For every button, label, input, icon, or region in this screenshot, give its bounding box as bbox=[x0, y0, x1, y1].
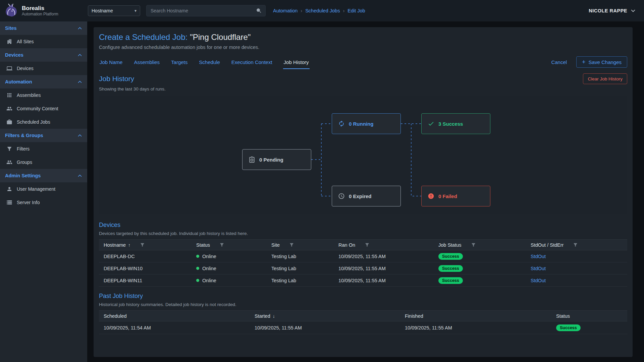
tab-targets[interactable]: Targets bbox=[170, 55, 188, 69]
grid-icon bbox=[6, 92, 12, 98]
column-header-scheduled[interactable]: Scheduled bbox=[99, 313, 250, 319]
brand-name: Borealis bbox=[22, 5, 58, 12]
finished-cell: 10/09/2025, 11:55 AM bbox=[400, 325, 551, 330]
save-changes-button[interactable]: + Save Changes bbox=[576, 56, 627, 68]
ran-on-cell: 10/09/2025, 11:55 AM bbox=[334, 278, 434, 283]
column-header-finished[interactable]: Finished bbox=[400, 313, 551, 319]
success-badge: Success bbox=[556, 324, 581, 331]
sidebar-item-server-info[interactable]: Server Info bbox=[0, 196, 87, 209]
page-title-prefix: Create a Scheduled Job: bbox=[99, 33, 187, 42]
sidebar-item-label: Scheduled Jobs bbox=[17, 119, 50, 125]
sidebar-item-devices[interactable]: Devices bbox=[0, 62, 87, 75]
save-changes-label: Save Changes bbox=[589, 59, 622, 65]
column-header-ran-on[interactable]: Ran On bbox=[334, 242, 434, 248]
devices-heading: Devices bbox=[99, 222, 120, 229]
people-icon bbox=[6, 106, 12, 112]
chevron-up-icon bbox=[78, 27, 82, 29]
sidebar-section-devices[interactable]: Devices bbox=[0, 48, 87, 62]
job-status-cell: Success bbox=[434, 253, 526, 260]
job-history-subheading: Showing the last 30 days of runs. bbox=[99, 86, 627, 92]
stdout-link[interactable]: StdOut bbox=[531, 266, 546, 271]
column-header-site[interactable]: Site bbox=[267, 242, 334, 248]
flow-node-pending[interactable]: 0 Pending bbox=[242, 149, 311, 170]
breadcrumb-edit-job[interactable]: Edit Job bbox=[347, 8, 365, 13]
breadcrumb-scheduled-jobs[interactable]: Scheduled Jobs bbox=[305, 8, 340, 13]
device-row: DEEPLAB-WIN11 Online Testing Lab 10/09/2… bbox=[99, 275, 627, 287]
filter-funnel-icon[interactable] bbox=[219, 242, 224, 247]
breadcrumb-automation[interactable]: Automation bbox=[273, 8, 298, 13]
borealis-logo-icon bbox=[3, 3, 19, 18]
column-header-hostname[interactable]: Hostname ↑ bbox=[99, 242, 192, 248]
filter-funnel-icon[interactable] bbox=[471, 242, 476, 247]
sidebar-section-automation[interactable]: Automation bbox=[0, 75, 87, 88]
section-label: Automation bbox=[5, 79, 32, 84]
edit-job-panel: Create a Scheduled Job:"Ping Cloudflare"… bbox=[94, 27, 633, 357]
job-status-cell: Success bbox=[434, 265, 526, 272]
filter-funnel-icon[interactable] bbox=[365, 242, 370, 247]
server-icon bbox=[6, 199, 12, 205]
column-header-job-status[interactable]: Job Status bbox=[434, 242, 526, 248]
online-status-dot bbox=[196, 279, 199, 282]
sidebar-item-label: Assemblies bbox=[17, 93, 41, 98]
sidebar-item-scheduled-jobs[interactable]: Scheduled Jobs bbox=[0, 115, 87, 129]
filter-funnel-icon[interactable] bbox=[573, 242, 578, 247]
search-input[interactable] bbox=[150, 8, 256, 14]
column-header-stdout[interactable]: StdOut / StdErr bbox=[526, 242, 627, 248]
cancel-button[interactable]: Cancel bbox=[549, 59, 569, 65]
sidebar-item-assemblies[interactable]: Assemblies bbox=[0, 88, 87, 102]
column-header-status[interactable]: Status bbox=[551, 313, 627, 319]
tab-assemblies[interactable]: Assemblies bbox=[133, 55, 160, 69]
brand-subtitle: Automation Platform bbox=[22, 12, 58, 16]
stdout-cell: StdOut bbox=[526, 254, 627, 259]
stdout-link[interactable]: StdOut bbox=[531, 278, 546, 283]
flow-node-running[interactable]: 0 Running bbox=[332, 113, 401, 134]
sidebar-item-all-sites[interactable]: All Sites bbox=[0, 35, 87, 48]
device-row: DEEPLAB-WIN10 Online Testing Lab 10/09/2… bbox=[99, 262, 627, 275]
breadcrumb-separator: › bbox=[343, 8, 344, 13]
sidebar-item-user-management[interactable]: User Management bbox=[0, 182, 87, 196]
sidebar-item-community-content[interactable]: Community Content bbox=[0, 102, 87, 115]
sidebar-section-sites[interactable]: Sites bbox=[0, 21, 87, 35]
hostname-search[interactable] bbox=[146, 5, 266, 16]
tab-schedule[interactable]: Schedule bbox=[198, 55, 221, 69]
plus-icon: + bbox=[582, 59, 586, 65]
search-icon[interactable] bbox=[256, 8, 262, 14]
flow-node-success[interactable]: 3 Success bbox=[421, 113, 490, 134]
sidebar-item-groups[interactable]: Groups bbox=[0, 156, 87, 169]
tab-execution-context[interactable]: Execution Context bbox=[231, 55, 273, 69]
sort-asc-icon[interactable]: ↑ bbox=[128, 242, 130, 248]
status-cell: Online bbox=[192, 254, 267, 259]
flow-node-expired[interactable]: 0 Expired bbox=[332, 186, 401, 206]
job-status-flow-diagram: 0 Pending 0 Running 3 Success 0 Expired bbox=[99, 96, 627, 214]
sidebar-section-admin-settings[interactable]: Admin Settings bbox=[0, 169, 87, 182]
stdout-cell: StdOut bbox=[526, 266, 627, 271]
user-menu[interactable]: NICOLE RAPPE bbox=[589, 8, 635, 13]
filter-funnel-icon[interactable] bbox=[140, 242, 145, 247]
tab-job-history[interactable]: Job History bbox=[283, 55, 310, 69]
sort-desc-icon[interactable]: ↓ bbox=[273, 313, 275, 319]
site-cell: Testing Lab bbox=[267, 278, 334, 283]
success-badge: Success bbox=[438, 253, 463, 260]
hostname-select[interactable]: Hostname ▾ bbox=[88, 5, 140, 16]
section-label: Sites bbox=[5, 25, 17, 31]
devices-table: Hostname ↑ Status Site Ran On Job bbox=[99, 239, 627, 287]
stdout-link[interactable]: StdOut bbox=[531, 254, 546, 259]
breadcrumb: Automation › Scheduled Jobs › Edit Job bbox=[273, 8, 365, 13]
past-history-heading: Past Job History bbox=[99, 293, 143, 300]
stdout-cell: StdOut bbox=[526, 278, 627, 283]
column-header-started[interactable]: Started ↓ bbox=[250, 313, 400, 319]
page-title-job-name: "Ping Cloudflare" bbox=[190, 33, 251, 42]
hostname-cell: DEEPLAB-DC bbox=[99, 254, 192, 259]
section-label: Devices bbox=[5, 52, 23, 58]
filter-funnel-icon[interactable] bbox=[289, 242, 294, 247]
job-history-heading: Job History bbox=[99, 75, 134, 83]
user-name: NICOLE RAPPE bbox=[589, 8, 627, 13]
devices-table-header: Hostname ↑ Status Site Ran On Job bbox=[99, 239, 627, 250]
column-header-status[interactable]: Status bbox=[192, 242, 267, 248]
clear-job-history-button[interactable]: Clear Job History bbox=[583, 73, 627, 84]
tab-job-name[interactable]: Job Name bbox=[99, 55, 123, 69]
sidebar-item-filters[interactable]: Filters bbox=[0, 142, 87, 156]
flow-node-failed[interactable]: 0 Failed bbox=[421, 186, 490, 206]
sidebar-section-filters-groups[interactable]: Filters & Groups bbox=[0, 129, 87, 142]
status-cell: Success bbox=[551, 324, 627, 331]
